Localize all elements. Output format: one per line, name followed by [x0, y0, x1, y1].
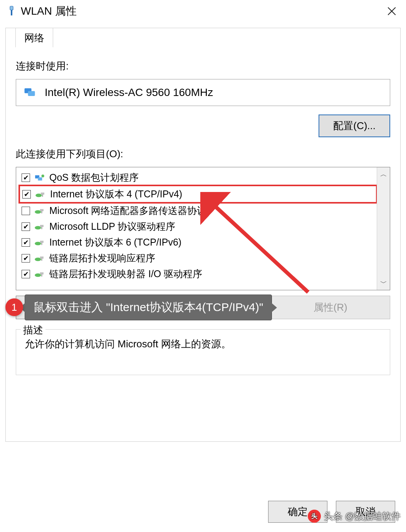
checkbox[interactable] [22, 270, 30, 278]
items-list[interactable]: QoS 数据包计划程序Internet 协议版本 4 (TCP/IPv4)Mic… [16, 167, 377, 290]
close-button[interactable] [382, 2, 401, 21]
list-item-label: QoS 数据包计划程序 [49, 171, 139, 184]
dialog-body: 网络 连接时使用: Intel(R) Wireless-AC 9560 160M… [5, 28, 401, 442]
description-label: 描述 [21, 323, 45, 337]
svg-rect-0 [10, 6, 13, 10]
list-item-label: 链路层拓扑发现映射器 I/O 驱动程序 [49, 268, 202, 280]
svg-rect-13 [40, 209, 44, 211]
svg-point-8 [42, 174, 44, 177]
wlan-icon [7, 5, 16, 17]
list-item[interactable]: 链路层拓扑发现响应程序 [19, 250, 377, 266]
checkbox[interactable] [22, 190, 31, 199]
scroll-up-icon[interactable]: ︿ [380, 170, 387, 179]
checkbox[interactable] [22, 254, 30, 263]
connection-label: 连接时使用: [16, 59, 390, 73]
description-box: 描述 允许你的计算机访问 Microsoft 网络上的资源。 [16, 329, 390, 375]
list-item-label: Microsoft LLDP 协议驱动程序 [49, 220, 175, 233]
svg-rect-19 [40, 241, 44, 242]
watermark: 头 头条 @数据蛙软件 [308, 510, 401, 523]
svg-rect-5 [28, 91, 35, 96]
checkbox[interactable] [22, 173, 30, 182]
annotation-step-badge: 1 [5, 298, 23, 316]
svg-rect-10 [41, 192, 44, 194]
svg-rect-22 [40, 256, 44, 258]
items-box: QoS 数据包计划程序Internet 协议版本 4 (TCP/IPv4)Mic… [16, 167, 390, 290]
network-component-icon [34, 238, 45, 247]
adapter-box: Intel(R) Wireless-AC 9560 160MHz [16, 79, 390, 106]
checkbox[interactable] [22, 207, 30, 215]
list-item[interactable]: Microsoft LLDP 协议驱动程序 [19, 219, 377, 234]
svg-rect-1 [11, 10, 12, 15]
list-item[interactable]: 链路层拓扑发现映射器 I/O 驱动程序 [19, 266, 377, 282]
scrollbar[interactable]: ︿ ﹀ [377, 167, 390, 290]
list-item[interactable]: Internet 协议版本 4 (TCP/IPv4) [18, 185, 377, 204]
titlebar: WLAN 属性 [0, 0, 406, 22]
svg-rect-7 [38, 177, 42, 180]
network-component-icon [34, 254, 45, 263]
adapter-name: Intel(R) Wireless-AC 9560 160MHz [45, 86, 213, 99]
qos-icon [34, 173, 45, 182]
list-item-label: Internet 协议版本 4 (TCP/IPv4) [50, 188, 182, 200]
list-item-label: 链路层拓扑发现响应程序 [49, 252, 155, 264]
window-title: WLAN 属性 [21, 4, 77, 19]
checkbox[interactable] [22, 238, 30, 247]
annotation-bubble: 鼠标双击进入 "Internet协议版本4(TCP/IPv4)" [25, 295, 272, 320]
svg-rect-25 [40, 272, 44, 274]
items-label: 此连接使用下列项目(O): [16, 147, 390, 161]
list-item-label: Internet 协议版本 6 (TCP/IPv6) [49, 236, 181, 249]
scroll-down-icon[interactable]: ﹀ [380, 278, 387, 288]
configure-button[interactable]: 配置(C)... [319, 114, 390, 137]
list-item[interactable]: QoS 数据包计划程序 [19, 170, 377, 185]
properties-button: 属性(R) [270, 296, 390, 319]
network-component-icon [34, 222, 45, 231]
list-item[interactable]: Microsoft 网络适配器多路传送器协议 [19, 203, 377, 219]
list-item-label: Microsoft 网络适配器多路传送器协议 [49, 204, 206, 217]
tab-network[interactable]: 网络 [15, 28, 53, 47]
network-component-icon [34, 270, 45, 278]
svg-rect-16 [40, 225, 44, 227]
watermark-badge-icon: 头 [308, 510, 321, 523]
list-item[interactable]: Internet 协议版本 6 (TCP/IPv6) [19, 234, 377, 250]
checkbox[interactable] [22, 222, 30, 231]
watermark-text: 头条 @数据蛙软件 [324, 510, 401, 522]
adapter-icon [23, 87, 37, 98]
description-text: 允许你的计算机访问 Microsoft 网络上的资源。 [25, 337, 381, 352]
network-component-icon [34, 207, 45, 215]
network-component-icon [35, 190, 46, 199]
